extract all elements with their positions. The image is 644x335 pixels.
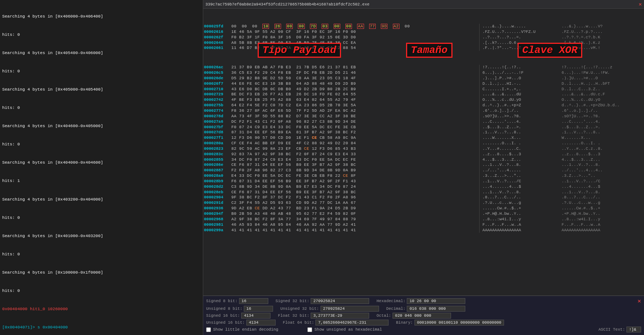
hex-addr: 000028a0 — [203, 173, 231, 179]
hex-bytes: F8 36 27 8F AC 6F E6 5D 7F F2 5D AD 2F E… — [231, 108, 480, 114]
hex-row-2710: 00002710 43 E6 D0 BC DB 0C DB B0 49 D2 2… — [203, 87, 644, 92]
hex-row-28a0: 000028a0 E4 33 DC F0 EE 5A DC EC FE 3E C… — [203, 173, 644, 179]
hex-addr: 0000283c — [203, 152, 231, 157]
hex-scroll-area[interactable]: Tipo Payload Tamaño Clave XOR 000025fd 0… — [203, 9, 644, 296]
little-endian-label: Show little endian decoding — [213, 327, 278, 332]
close-button[interactable]: ✕ — [639, 1, 642, 7]
decimal-field: Decimal: 016 038 000 000 — [386, 306, 466, 312]
comment: ....*..w....vM.! — [558, 45, 644, 51]
float32-label: Float 32 bit: — [278, 313, 309, 318]
comment: ..1...V..?..../C — [558, 179, 644, 184]
hex-addr: 0000286e — [203, 162, 231, 168]
signed8-value[interactable]: 16 — [239, 298, 268, 304]
comment: F...F...F...w..A — [558, 222, 644, 228]
left-panel: Searching 4 bytes in [0x406000-0x406400]… — [0, 0, 203, 335]
hex-bytes: C3 8B 9D 34 DE 8B 9D 0A B9 E7 E3 34 DC F… — [231, 184, 480, 190]
hex-ascii: ..8...:w4i.I...y — [480, 217, 558, 222]
hex-ascii: ........O...I. . — [480, 141, 558, 146]
terminal-output: Searching 4 bytes in [0x406000-0x406400]… — [2, 1, 201, 335]
byte[interactable]: 03 — [322, 24, 328, 29]
byte[interactable]: 7D — [310, 24, 317, 29]
unsigned8-value[interactable]: 16 — [244, 306, 273, 312]
decimal-value[interactable]: 016 038 000 000 — [407, 306, 465, 312]
byte[interactable]: 00 — [298, 24, 304, 29]
byte[interactable]: 26 — [274, 24, 281, 29]
byte[interactable]: 00 — [405, 24, 410, 28]
byte[interactable]: 77 — [369, 24, 376, 29]
hex-row-2661: 00002661 11 46 D7 B2 7C 9F D7 2A AA AB A… — [203, 45, 644, 51]
hex-bytes: 64 E2 F4 5E F2 C0 7D C2 EA 23 86 D5 2B 7… — [231, 103, 480, 108]
comment: .).]U....>#...O — [558, 76, 644, 81]
octal-value[interactable]: 020 046 000 000 — [393, 313, 451, 319]
hex-bytes: F0 87 24 C9 E3 E4 33 DC F0 EE 5A DC EC F… — [231, 125, 480, 130]
hex-addr: 00002729 — [203, 92, 231, 97]
byte[interactable]: 00 — [345, 24, 352, 29]
byte[interactable]: 10 — [262, 24, 269, 29]
byte[interactable]: 9D — [381, 24, 387, 29]
hex-ascii: ...1...V..?...8. — [480, 162, 558, 168]
hex-row-27a6: 000027a6 DC F2 F1 43 C1 F2 0F A8 96 82 2… — [203, 119, 644, 125]
hex-row-2936: 00002936 9D A2 EB CE DD A2 43 77 BD 23 F… — [203, 206, 644, 211]
hex-ascii: .F..|.?*...~...T — [480, 45, 558, 51]
hex-bytes: 43 E6 D0 BC DB 0C DB B0 49 D2 2B D9 B0 2… — [231, 87, 480, 92]
hex-ascii: ..?...?...?...=. — [480, 35, 558, 40]
hex-ascii: ../...'...4..... — [480, 168, 558, 173]
hex-bytes: D5 29 B2 B8 9E D2 5D 50 C8 AA 3E 23 D5 C… — [231, 76, 480, 81]
byte[interactable]: 00 — [252, 24, 257, 28]
unsigned-hex-label: Show unsigned as hexadecimal — [314, 327, 382, 332]
hex-addr: 000028d2 — [203, 184, 231, 190]
comment: .sO?]U...>>..?8. — [558, 114, 644, 119]
hex-addr: 000027d8 — [203, 130, 231, 135]
hex-content-area: Tipo Payload Tamaño Clave XOR 000025fd 0… — [203, 9, 644, 296]
signed8-field: Signed 8 bit: 16 — [206, 298, 268, 304]
hex-addr: 00002968 — [203, 217, 231, 222]
info-row-5: Show little endian decoding Show unsigne… — [206, 327, 641, 332]
info-row-1: Signed 8 bit: 16 Signed 32 bit: 27092582… — [206, 297, 641, 305]
comment: .[.k.6.!%..).K.z — [558, 40, 644, 46]
hex-row-26ac: 000026ac 21 37 B9 EB AB A7 FB E3 21 7B D… — [203, 65, 644, 70]
hex-row-26de: 000026de D5 29 B2 B8 9E D2 5D 50 C8 AA 3… — [203, 76, 644, 81]
hex-row-275b: 0000275b 64 E2 F4 5E F2 C0 7D C2 EA 23 8… — [203, 103, 644, 108]
ascii-value[interactable]: !]& — [626, 327, 641, 332]
byte[interactable]: 00 — [231, 24, 236, 28]
hex-ascii: .FZ.U...?.......V?FZ.U — [480, 29, 558, 35]
hex-addr: 000026c5 — [203, 70, 231, 76]
hex-addr: 00002981 — [203, 222, 231, 228]
hex-bytes: 9D A2 EB CE DD A2 43 77 BD 23 F1 9A 24 D… — [231, 206, 480, 211]
byte[interactable]: A2 — [393, 24, 399, 29]
byte[interactable]: 00 — [286, 24, 293, 29]
hex-ascii: F...F...F...w..A — [480, 222, 558, 228]
unsigned-hex-checkbox[interactable] — [307, 327, 312, 332]
binary-value[interactable]: 00010000 00100110 00000000 00000000 — [414, 320, 504, 326]
float64-value[interactable]: 7,0852660462967E-231 — [315, 320, 389, 326]
bottom-close-button[interactable]: ✕ — [637, 297, 641, 305]
hex-ascii: ...C.....'....4. — [480, 119, 558, 125]
hex-row-27bf: 000027bf F0 87 24 C9 E3 E4 33 DC F0 EE 5… — [203, 125, 644, 130]
byte[interactable]: AA — [357, 24, 364, 29]
comment: ../...'...4...4.. — [558, 168, 644, 173]
hex-addr: 00002855 — [203, 157, 231, 163]
little-endian-checkbox[interactable] — [206, 327, 211, 332]
hex-row-27d8: 000027d8 87 31 D4 EE EF 56 B9 EA 81 3F B… — [203, 130, 644, 135]
hex-bytes: A8 5B 8B E3 6B BE 90 E3 AB B0 7F 4F F8 3… — [231, 40, 480, 46]
unsigned32-value[interactable]: 270925824 — [321, 306, 379, 312]
hex-bytes: 21 37 B9 EB AB A7 FB E3 21 7B D5 E6 21 3… — [231, 65, 480, 70]
little-endian-checkbox-row: Show little endian decoding — [206, 327, 278, 332]
hex-ascii: .+P.H@.H.bw..Y.. — [480, 211, 558, 217]
hex-bytes: 11 46 D7 B2 7C 9F D7 2A AA AB A7 7E F4 E… — [231, 45, 480, 51]
byte[interactable]: 00 — [334, 24, 340, 29]
byte[interactable]: 00 — [242, 24, 247, 28]
hex-field: Hexadecimal: 10 26 00 00 — [376, 298, 465, 304]
info-row-4: Unsigned 16 bit: 4134 Float 64 bit: 7,08… — [206, 320, 641, 326]
title-bar: 339c7ac759b7ef0ab8e2a9434f53fcd212786575… — [203, 0, 644, 9]
signed16-value[interactable]: 4134 — [241, 313, 270, 319]
signed32-value[interactable]: 270925824 — [311, 298, 369, 304]
hex-bytes: 41 41 41 41 41 41 41 41 41 41 41 41 41 4… — [231, 228, 480, 233]
float32-value[interactable]: 3,273773E-29 — [311, 313, 369, 319]
unsigned16-value[interactable]: 4134 — [246, 320, 276, 326]
hex-addr: 000026f7 — [203, 81, 231, 87]
hex-ascii: .8...7...C.../.. — [480, 195, 558, 200]
comment: W.......X... — [558, 135, 644, 141]
hex-value[interactable]: 10 26 00 00 — [407, 298, 465, 304]
hex-bytes: 36 C5 E3 F2 29 C4 F8 EB 2F DC FB EB 2D D… — [231, 70, 480, 76]
